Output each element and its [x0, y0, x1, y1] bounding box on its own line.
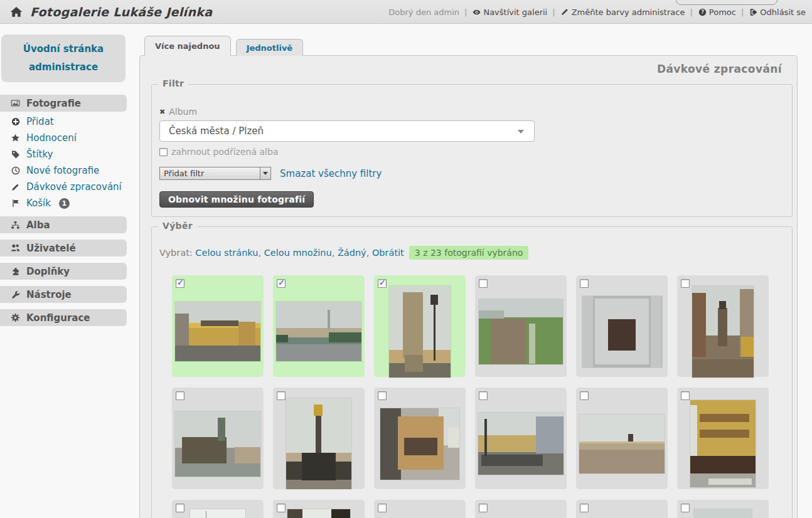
- visit-gallery-link[interactable]: Navštívit galerii: [472, 8, 547, 17]
- photo-thumbnail[interactable]: [690, 400, 756, 487]
- sidebar-item-hodnoceni[interactable]: Hodnocení: [0, 130, 127, 146]
- photo-thumbnail[interactable]: [479, 299, 563, 364]
- photo-thumbnail[interactable]: [389, 286, 451, 378]
- photo-tile[interactable]: [677, 388, 769, 489]
- photo-checkbox[interactable]: [277, 391, 286, 400]
- photo-tile[interactable]: [677, 275, 769, 377]
- partial-popup-box: [676, 0, 777, 5]
- sidebar-group-konfigurace[interactable]: Konfigurace: [0, 309, 127, 326]
- photo-detail: [206, 511, 207, 518]
- sidebar-group-doplnky[interactable]: Doplňky: [0, 263, 127, 280]
- photo-checkbox[interactable]: [176, 504, 184, 512]
- photo-tile[interactable]: ✓: [273, 275, 365, 377]
- photo-tile[interactable]: [576, 388, 668, 489]
- sidebar-item-nove-fotografie[interactable]: Nové fotografie: [0, 162, 127, 179]
- photo-checkbox[interactable]: [681, 279, 690, 288]
- photo-thumbnail[interactable]: [380, 408, 459, 480]
- change-colors-link[interactable]: Změňte barvy administrace: [560, 8, 685, 17]
- album-select[interactable]: Česká města / Plzeň: [159, 120, 535, 142]
- clear-filters-link[interactable]: Smazat všechny filtry: [280, 168, 382, 179]
- add-filter-select[interactable]: Přidat filtr: [159, 167, 271, 180]
- select-invert-link[interactable]: Obrátit: [372, 248, 404, 258]
- chevron-down-icon: [263, 172, 268, 175]
- photo-tile[interactable]: [475, 275, 567, 377]
- photo-tile[interactable]: [172, 388, 264, 489]
- photo-checkbox[interactable]: [479, 279, 488, 288]
- sidebar-item-davkove-zpracovani[interactable]: Dávkové zpracování: [0, 179, 127, 195]
- photo-thumbnail[interactable]: [276, 302, 361, 361]
- sidebar-group-alba[interactable]: Alba: [0, 216, 127, 233]
- photo-checkbox[interactable]: [580, 279, 589, 288]
- photo-thumbnail[interactable]: [287, 509, 350, 518]
- sidebar-group-nastroje[interactable]: Nástroje: [0, 286, 127, 303]
- photo-checkbox[interactable]: [479, 391, 488, 400]
- select-none-link[interactable]: Žádný: [338, 248, 366, 258]
- home-icon[interactable]: [10, 6, 23, 18]
- photo-frame: [175, 289, 260, 374]
- photo-detail: [331, 509, 350, 518]
- clock-icon: [11, 166, 20, 175]
- photo-tile[interactable]: [172, 500, 264, 518]
- visit-gallery-label: Navštívit galerii: [483, 8, 547, 17]
- photo-tile[interactable]: ✓: [374, 275, 466, 377]
- photo-tile[interactable]: [576, 500, 668, 518]
- photo-thumbnail[interactable]: [175, 411, 260, 477]
- photo-frame: [579, 289, 665, 374]
- photo-thumbnail[interactable]: [190, 509, 245, 518]
- photo-checkbox[interactable]: ✓: [176, 279, 184, 288]
- tab-vice-najednou[interactable]: Více najednou: [144, 36, 231, 56]
- photo-frame: [276, 401, 361, 486]
- photo-tile[interactable]: [273, 388, 365, 489]
- photo-thumbnail[interactable]: [579, 415, 665, 473]
- photo-thumbnail[interactable]: [175, 302, 260, 361]
- photo-detail: [692, 293, 706, 357]
- photo-tile[interactable]: [677, 500, 769, 518]
- photo-checkbox[interactable]: [277, 504, 286, 512]
- photo-checkbox[interactable]: [681, 504, 690, 512]
- photo-checkbox[interactable]: ✓: [277, 279, 286, 288]
- photo-detail: [328, 310, 330, 329]
- photo-detail: [481, 455, 543, 466]
- help-link[interactable]: ? Pomoc: [698, 8, 736, 17]
- remove-filter-icon[interactable]: ✖: [159, 108, 165, 116]
- album-select-value: Česká města / Plzeň: [169, 125, 264, 137]
- photo-checkbox[interactable]: ✓: [378, 279, 387, 288]
- photo-thumbnail[interactable]: [478, 413, 564, 475]
- photo-detail: [182, 437, 227, 463]
- select-whole-set-link[interactable]: Celou množinu: [264, 248, 332, 258]
- sitemap-icon: [11, 221, 20, 230]
- photo-tile[interactable]: [374, 388, 466, 489]
- select-whole-page-link[interactable]: Celou stránku: [195, 248, 258, 258]
- photo-thumbnail[interactable]: [582, 296, 662, 367]
- photo-thumbnail[interactable]: [692, 286, 754, 378]
- admin-home-button[interactable]: Úvodní stránka administrace: [1, 34, 126, 82]
- tab-jednotlive[interactable]: Jednotlivě: [236, 39, 304, 56]
- pencil-icon: [560, 8, 570, 16]
- photo-checkbox[interactable]: [378, 391, 387, 400]
- photo-tile[interactable]: [475, 388, 567, 489]
- photo-thumbnail[interactable]: [694, 509, 752, 518]
- photo-checkbox[interactable]: [580, 504, 589, 512]
- include-subalbums-checkbox[interactable]: [159, 148, 168, 156]
- photo-tile[interactable]: [374, 500, 466, 518]
- photo-checkbox[interactable]: [479, 504, 488, 512]
- photo-checkbox[interactable]: [681, 391, 690, 400]
- photo-checkbox[interactable]: [378, 504, 387, 512]
- photo-tile[interactable]: ✓: [172, 275, 264, 377]
- sidebar-item-kosik[interactable]: Košík 1: [0, 195, 127, 211]
- photo-checkbox[interactable]: [580, 391, 589, 400]
- puzzle-icon: [11, 267, 20, 276]
- photo-tile[interactable]: [475, 500, 567, 518]
- sidebar-group-fotografie[interactable]: Fotografie: [0, 95, 127, 112]
- photo-tile[interactable]: [576, 275, 668, 377]
- logout-link[interactable]: Odhlásit se: [749, 8, 806, 17]
- sidebar-group-label: Nástroje: [26, 289, 72, 300]
- sidebar-group-uzivatele[interactable]: Uživatelé: [0, 240, 127, 256]
- refresh-photo-set-button[interactable]: Obnovit množinu fotografií: [159, 191, 314, 208]
- photo-checkbox[interactable]: [176, 391, 184, 400]
- photo-tile[interactable]: [273, 500, 365, 518]
- photo-thumbnail[interactable]: [286, 398, 351, 489]
- sidebar-item-pridat[interactable]: Přidat: [0, 114, 127, 130]
- separator: |: [741, 8, 744, 17]
- sidebar-item-stitky[interactable]: Štítky: [0, 146, 127, 162]
